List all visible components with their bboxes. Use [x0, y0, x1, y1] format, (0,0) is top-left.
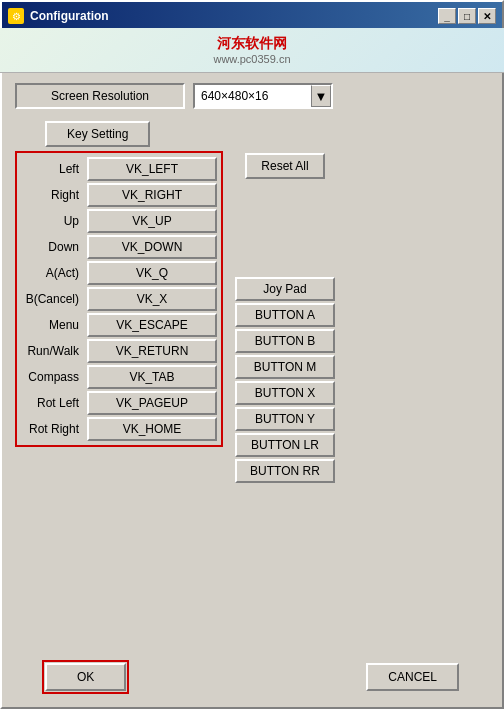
close-button[interactable]: ✕ [478, 8, 496, 24]
title-bar: ⚙ Configuration _ □ ✕ [2, 2, 502, 30]
resolution-select-container: 640×480×16 ▼ [193, 83, 333, 109]
bottom-buttons: OK CANCEL [15, 655, 489, 699]
key-bind-button[interactable]: VK_UP [87, 209, 217, 233]
key-label: Run/Walk [21, 344, 83, 358]
key-setting-button[interactable]: Key Setting [45, 121, 150, 147]
key-label: Compass [21, 370, 83, 384]
key-bind-button[interactable]: VK_X [87, 287, 217, 311]
watermark-line2: www.pc0359.cn [213, 53, 290, 65]
key-label: Left [21, 162, 83, 176]
joy-pad-button[interactable]: BUTTON Y [235, 407, 335, 431]
joy-spacer [235, 247, 335, 275]
key-bind-button[interactable]: VK_RETURN [87, 339, 217, 363]
configuration-window: ⚙ Configuration _ □ ✕ 河东软件网 www.pc0359.c… [0, 0, 504, 709]
joy-pad-button[interactable]: BUTTON LR [235, 433, 335, 457]
key-bind-button[interactable]: VK_RIGHT [87, 183, 217, 207]
keys-grid: LeftVK_LEFTRightVK_RIGHTUpVK_UPDownVK_DO… [15, 151, 223, 447]
joy-spacer [235, 187, 335, 215]
cancel-button[interactable]: CANCEL [366, 663, 459, 691]
maximize-button[interactable]: □ [458, 8, 476, 24]
key-label: Rot Right [21, 422, 83, 436]
key-label: Up [21, 214, 83, 228]
watermark-banner: 河东软件网 www.pc0359.cn [0, 28, 504, 73]
resolution-label: Screen Resolution [15, 83, 185, 109]
resolution-dropdown-button[interactable]: ▼ [311, 85, 331, 107]
window-title: Configuration [30, 9, 109, 23]
joy-pad-area: Joy PadBUTTON ABUTTON BBUTTON MBUTTON XB… [235, 187, 335, 483]
key-bind-button[interactable]: VK_TAB [87, 365, 217, 389]
key-area: Key Setting LeftVK_LEFTRightVK_RIGHTUpVK… [15, 121, 489, 643]
key-row: B(Cancel)VK_X [21, 287, 217, 311]
title-bar-left: ⚙ Configuration [8, 8, 109, 24]
key-label: A(Act) [21, 266, 83, 280]
key-label: Rot Left [21, 396, 83, 410]
key-left-panel: Key Setting LeftVK_LEFTRightVK_RIGHTUpVK… [15, 121, 223, 643]
resolution-value: 640×480×16 [195, 86, 311, 106]
minimize-button[interactable]: _ [438, 8, 456, 24]
key-bind-button[interactable]: VK_HOME [87, 417, 217, 441]
key-row: RightVK_RIGHT [21, 183, 217, 207]
key-row: Rot RightVK_HOME [21, 417, 217, 441]
main-content: Screen Resolution 640×480×16 ▼ Key Setti… [0, 73, 504, 709]
key-right-panel: Reset All Joy PadBUTTON ABUTTON BBUTTON … [235, 121, 335, 643]
key-label: B(Cancel) [21, 292, 83, 306]
key-label: Down [21, 240, 83, 254]
joy-pad-button[interactable]: BUTTON RR [235, 459, 335, 483]
joy-pad-button[interactable]: BUTTON A [235, 303, 335, 327]
key-bind-button[interactable]: VK_Q [87, 261, 217, 285]
key-label: Menu [21, 318, 83, 332]
watermark-line1: 河东软件网 [217, 35, 287, 53]
joy-spacer [235, 217, 335, 245]
ok-button[interactable]: OK [45, 663, 126, 691]
key-row: CompassVK_TAB [21, 365, 217, 389]
joy-pad-button[interactable]: BUTTON X [235, 381, 335, 405]
app-icon: ⚙ [8, 8, 24, 24]
key-bind-button[interactable]: VK_LEFT [87, 157, 217, 181]
key-bind-button[interactable]: VK_DOWN [87, 235, 217, 259]
joy-pad-button[interactable]: Joy Pad [235, 277, 335, 301]
title-controls: _ □ ✕ [438, 8, 496, 24]
key-bind-button[interactable]: VK_ESCAPE [87, 313, 217, 337]
joy-pad-button[interactable]: BUTTON M [235, 355, 335, 379]
key-row: Run/WalkVK_RETURN [21, 339, 217, 363]
resolution-row: Screen Resolution 640×480×16 ▼ [15, 83, 489, 109]
key-label: Right [21, 188, 83, 202]
key-row: DownVK_DOWN [21, 235, 217, 259]
key-row: Rot LeftVK_PAGEUP [21, 391, 217, 415]
reset-all-button[interactable]: Reset All [245, 153, 324, 179]
joy-pad-button[interactable]: BUTTON B [235, 329, 335, 353]
key-row: UpVK_UP [21, 209, 217, 233]
key-row: MenuVK_ESCAPE [21, 313, 217, 337]
key-bind-button[interactable]: VK_PAGEUP [87, 391, 217, 415]
key-row: LeftVK_LEFT [21, 157, 217, 181]
key-row: A(Act)VK_Q [21, 261, 217, 285]
